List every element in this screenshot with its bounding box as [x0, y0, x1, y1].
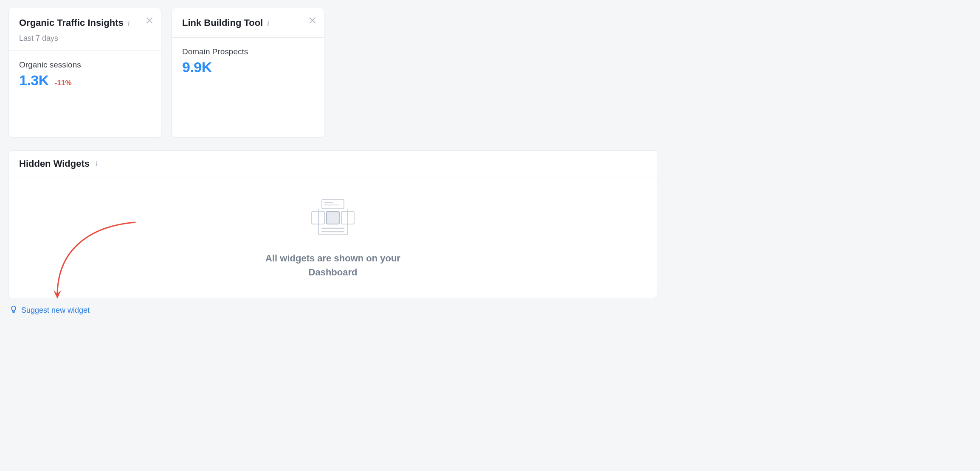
info-icon[interactable]: i	[267, 20, 269, 28]
widget-subtitle: Last 7 days	[19, 34, 152, 43]
widget-organic-traffic: Organic Traffic Insights i Last 7 days O…	[8, 8, 161, 137]
metric-value: 1.3K	[19, 72, 49, 89]
info-icon[interactable]: i	[96, 160, 97, 168]
metric-label: Domain Prospects	[182, 47, 314, 56]
widget-link-building: Link Building Tool i Domain Prospects 9.…	[172, 8, 324, 137]
widget-title: Organic Traffic Insights	[19, 17, 124, 30]
metric-value: 9.9K	[182, 59, 212, 76]
suggest-new-widget-link[interactable]: Suggest new widget	[9, 305, 90, 316]
suggest-link-label: Suggest new widget	[21, 306, 90, 315]
hidden-widgets-panel: Hidden Widgets i All widgets are shown o…	[8, 150, 657, 298]
lightbulb-icon	[9, 305, 18, 316]
close-icon[interactable]	[146, 17, 153, 24]
svg-rect-8	[327, 211, 339, 224]
empty-state-text: All widgets are shown on your Dashboard	[265, 251, 400, 279]
metric-label: Organic sessions	[19, 60, 151, 70]
svg-rect-4	[322, 199, 344, 209]
metric-delta: -11%	[55, 79, 72, 87]
empty-dashboard-illustration	[309, 199, 357, 241]
widget-row: Organic Traffic Insights i Last 7 days O…	[8, 8, 657, 137]
hidden-widgets-title: Hidden Widgets	[19, 158, 90, 169]
widget-title: Link Building Tool	[182, 17, 263, 30]
close-icon[interactable]	[309, 17, 316, 24]
info-icon[interactable]: i	[128, 20, 130, 28]
